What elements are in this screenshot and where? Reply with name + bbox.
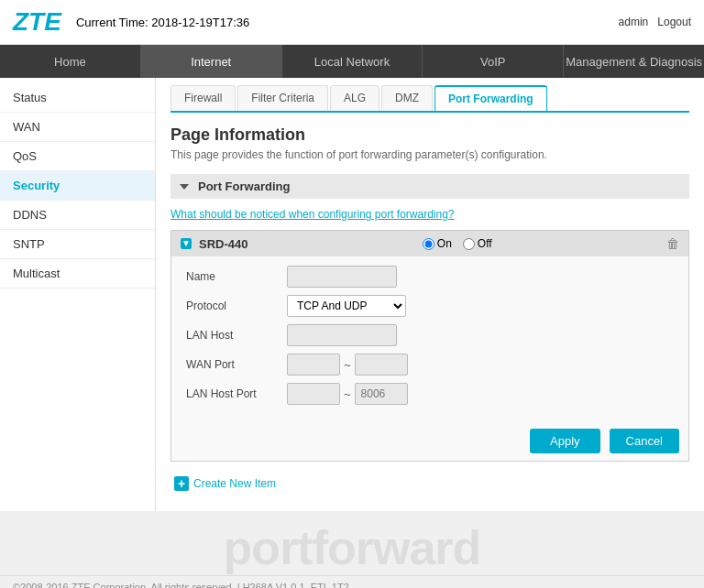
sidebar-item-sntp[interactable]: SNTP xyxy=(0,230,155,259)
sidebar-item-status[interactable]: Status xyxy=(0,83,155,113)
name-input[interactable] xyxy=(287,266,397,288)
wan-port-range: ~ xyxy=(287,354,408,376)
page-title: Page Information xyxy=(170,125,689,145)
pf-item-title: SRD-440 xyxy=(199,237,248,251)
nav-voip[interactable]: VoIP xyxy=(423,45,564,78)
lan-host-port-label: LAN Host Port xyxy=(186,387,287,400)
sidebar: Status WAN QoS Security DDNS SNTP Multic… xyxy=(0,78,156,511)
section-title: Port Forwarding xyxy=(198,180,290,193)
sidebar-item-multicast[interactable]: Multicast xyxy=(0,259,155,289)
watermark: portforward xyxy=(0,511,704,575)
create-new-item[interactable]: + Create New Item xyxy=(170,471,689,496)
name-label: Name xyxy=(186,270,287,283)
pf-item-srd440: ▼ SRD-440 On Off 🗑 xyxy=(170,230,689,462)
current-time-label: Current Time: xyxy=(76,16,148,29)
navbar: Home Internet Local Network VoIP Managem… xyxy=(0,45,704,78)
footer: ©2008-2016 ZTE Corporation. All rights r… xyxy=(0,575,704,588)
header: ZTE Current Time: 2018-12-19T17:36 admin… xyxy=(0,0,704,45)
action-row: Apply Cancel xyxy=(171,421,688,461)
pf-item-header: ▼ SRD-440 On Off 🗑 xyxy=(171,231,688,256)
pf-form: Name Protocol TCP And UDP TCP UDP LAN Ho… xyxy=(171,256,688,421)
form-row-lan-host: LAN Host xyxy=(186,324,674,346)
admin-link[interactable]: admin xyxy=(619,16,649,28)
form-row-lan-host-port: LAN Host Port ~ xyxy=(186,383,674,405)
tab-firewall[interactable]: Firewall xyxy=(170,85,236,111)
wan-port-from-input[interactable] xyxy=(287,354,340,376)
wan-port-to-input[interactable] xyxy=(355,354,408,376)
lan-host-port-range: ~ xyxy=(287,383,408,405)
help-link[interactable]: What should be noticed when configuring … xyxy=(170,208,689,221)
tab-port-forwarding[interactable]: Port Forwarding xyxy=(434,85,547,111)
pf-radio-group: On Off xyxy=(423,237,492,250)
protocol-select[interactable]: TCP And UDP TCP UDP xyxy=(287,295,406,317)
pf-item-header-left: ▼ SRD-440 xyxy=(181,237,248,251)
lan-host-label: LAN Host xyxy=(186,329,287,342)
nav-home[interactable]: Home xyxy=(0,45,141,78)
lan-host-port-from-input[interactable] xyxy=(287,383,340,405)
create-new-label: Create New Item xyxy=(193,477,276,490)
lan-host-input[interactable] xyxy=(287,324,397,346)
nav-internet[interactable]: Internet xyxy=(141,45,282,78)
pf-item-collapse-icon[interactable]: ▼ xyxy=(181,238,192,249)
form-row-name: Name xyxy=(186,266,674,288)
delete-icon[interactable]: 🗑 xyxy=(666,236,679,251)
tab-filter-criteria[interactable]: Filter Criteria xyxy=(237,85,328,111)
main: Status WAN QoS Security DDNS SNTP Multic… xyxy=(0,78,704,511)
sidebar-item-wan[interactable]: WAN xyxy=(0,113,155,142)
wan-port-separator: ~ xyxy=(344,358,351,372)
tabs: Firewall Filter Criteria ALG DMZ Port Fo… xyxy=(170,78,689,113)
collapse-arrow-icon xyxy=(180,184,189,190)
content-area: Firewall Filter Criteria ALG DMZ Port Fo… xyxy=(156,78,704,511)
nav-local-network[interactable]: Local Network xyxy=(282,45,424,78)
radio-off-label[interactable]: Off xyxy=(463,237,492,250)
lan-host-port-to-input[interactable] xyxy=(355,383,408,405)
header-right: admin Logout xyxy=(619,16,691,28)
sidebar-item-security[interactable]: Security xyxy=(0,171,155,201)
radio-off-text: Off xyxy=(478,237,492,250)
sidebar-item-qos[interactable]: QoS xyxy=(0,142,155,171)
apply-button[interactable]: Apply xyxy=(530,429,600,453)
page-description: This page provides the function of port … xyxy=(170,148,689,161)
form-row-wan-port: WAN Port ~ xyxy=(186,354,674,376)
cancel-button[interactable]: Cancel xyxy=(610,429,679,453)
tab-alg[interactable]: ALG xyxy=(330,85,380,111)
radio-on[interactable] xyxy=(423,238,434,250)
zte-logo: ZTE xyxy=(13,7,61,37)
header-left: ZTE Current Time: 2018-12-19T17:36 xyxy=(13,7,249,37)
create-new-icon: + xyxy=(174,476,189,491)
protocol-label: Protocol xyxy=(186,299,287,312)
wan-port-label: WAN Port xyxy=(186,358,287,371)
form-row-protocol: Protocol TCP And UDP TCP UDP xyxy=(186,295,674,317)
radio-on-label[interactable]: On xyxy=(423,237,452,250)
tab-dmz[interactable]: DMZ xyxy=(381,85,433,111)
current-time-value: 2018-12-19T17:36 xyxy=(151,16,249,29)
sidebar-item-ddns[interactable]: DDNS xyxy=(0,201,155,230)
nav-management[interactable]: Management & Diagnosis xyxy=(564,45,704,78)
current-time: Current Time: 2018-12-19T17:36 xyxy=(76,16,249,29)
section-header: Port Forwarding xyxy=(170,174,689,199)
radio-on-text: On xyxy=(437,237,452,250)
logout-link[interactable]: Logout xyxy=(657,16,691,28)
radio-off[interactable] xyxy=(463,238,475,250)
lan-host-port-separator: ~ xyxy=(344,387,351,401)
